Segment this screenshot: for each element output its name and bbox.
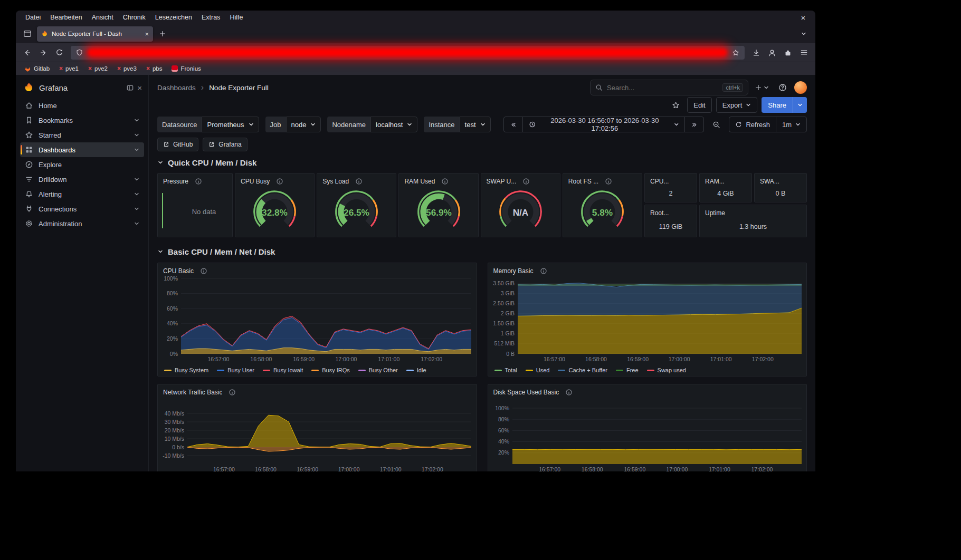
menu-item-hilfe[interactable]: Hilfe [225, 13, 247, 22]
legend-item[interactable]: Busy System [164, 367, 208, 373]
memory-basic-chart[interactable]: 0 B512 MiB1 GiB1.50 GiB2 GiB2.50 GiB3 Gi… [488, 276, 807, 364]
time-range-picker[interactable]: 2026-03-30 16:56:07 to 2026-03-30 17:02:… [522, 117, 686, 132]
panel-header[interactable]: CPU... [645, 173, 697, 187]
zoom-out-icon[interactable] [710, 117, 722, 132]
chevron-down-icon[interactable] [134, 206, 139, 211]
search-input[interactable] [607, 84, 718, 92]
link-grafana[interactable]: Grafana [203, 138, 247, 151]
swap-used-gauge[interactable]: N/A [481, 187, 560, 237]
bookmark-pbs[interactable]: × pbs [143, 64, 166, 73]
new-tab-button[interactable] [155, 26, 170, 41]
panel-header[interactable]: SWA... [755, 173, 806, 187]
window-close-button[interactable]: × [796, 13, 810, 22]
bookmark-fronius[interactable]: Fronius [168, 64, 204, 73]
panel-header[interactable]: Network Traffic Basic [158, 384, 477, 398]
cpu-busy-gauge[interactable]: 32.8% [235, 187, 314, 237]
share-button[interactable]: Share [762, 97, 807, 113]
export-button[interactable]: Export [716, 97, 758, 113]
sidebar-item-administration[interactable]: Administration [20, 216, 144, 231]
refresh-interval-picker[interactable]: 1m [776, 117, 807, 132]
menu-item-datei[interactable]: Datei [21, 13, 45, 22]
bookmark-gitlab[interactable]: Gitlab [21, 64, 53, 73]
panel-header[interactable]: Uptime [700, 205, 806, 218]
avatar[interactable] [794, 81, 807, 94]
chevron-down-icon[interactable] [134, 147, 139, 152]
bookmark-pve3[interactable]: × pve3 [114, 64, 140, 73]
panel-header[interactable]: Memory Basic [488, 263, 807, 276]
sidebar-item-home[interactable]: Home [20, 98, 144, 113]
pressure-panel-body[interactable]: No data [158, 187, 232, 237]
root-fs-gauge[interactable]: 5.8% [563, 187, 642, 237]
chevron-down-icon[interactable] [134, 132, 139, 138]
shield-icon[interactable] [76, 49, 83, 56]
chevron-down-icon[interactable] [134, 191, 139, 197]
legend-item[interactable]: Free [616, 367, 639, 373]
legend-item[interactable]: Busy IRQs [311, 367, 350, 373]
search-box[interactable]: ctrl+k [590, 80, 748, 95]
panel-header[interactable]: Pressure [158, 173, 232, 187]
reload-button[interactable] [52, 45, 66, 60]
variable-value-dropdown[interactable]: node [286, 117, 321, 132]
panel-header[interactable]: RAM... [700, 173, 751, 187]
bookmark-pve2[interactable]: × pve2 [85, 64, 111, 73]
dock-sidebar-icon[interactable] [126, 84, 134, 92]
menu-item-chronik[interactable]: Chronik [119, 13, 150, 22]
info-icon[interactable] [540, 268, 547, 274]
downloads-icon[interactable] [749, 45, 764, 60]
info-icon[interactable] [442, 178, 448, 185]
legend-item[interactable]: Used [526, 367, 550, 373]
variable-value-dropdown[interactable]: localhost [370, 117, 417, 132]
info-icon[interactable] [605, 178, 612, 185]
chevron-down-icon[interactable] [134, 177, 139, 182]
legend-item[interactable]: Cache + Buffer [558, 367, 607, 373]
close-sidebar-icon[interactable]: × [137, 84, 142, 92]
info-icon[interactable] [195, 178, 202, 185]
legend-item[interactable]: Busy User [217, 367, 254, 373]
time-shift-forward-button[interactable] [684, 117, 704, 132]
help-icon[interactable] [775, 80, 790, 95]
menu-item-lesezeichen[interactable]: Lesezeichen [151, 13, 196, 22]
info-icon[interactable] [201, 268, 207, 274]
firefox-view-icon[interactable] [20, 26, 35, 41]
panel-header[interactable]: CPU Basic [158, 263, 477, 276]
list-tabs-chevron-icon[interactable] [796, 26, 811, 41]
info-icon[interactable] [277, 178, 283, 185]
sidebar-item-explore[interactable]: Explore [20, 157, 144, 172]
info-icon[interactable] [356, 178, 362, 185]
forward-button[interactable] [36, 45, 51, 60]
sidebar-item-dashboards[interactable]: Dashboards [20, 142, 144, 157]
panel-header[interactable]: CPU Busy [235, 173, 314, 187]
share-chevron-icon[interactable] [793, 97, 807, 113]
breadcrumb-dashboards[interactable]: Dashboards [157, 84, 196, 92]
legend-item[interactable]: Idle [406, 367, 426, 373]
menu-item-extras[interactable]: Extras [197, 13, 224, 22]
link-github[interactable]: GitHub [157, 138, 198, 151]
panel-header[interactable]: Sys Load [317, 173, 396, 187]
sidebar-item-bookmarks[interactable]: Bookmarks [20, 113, 144, 128]
tab-close-icon[interactable]: × [145, 30, 149, 38]
disk-space-chart[interactable]: 20%40%60%80%100%16:57:0016:58:0016:59:00… [488, 398, 807, 471]
menu-item-bearbeiten[interactable]: Bearbeiten [46, 13, 86, 22]
menu-item-ansicht[interactable]: Ansicht [88, 13, 118, 22]
section-quick-cpu-mem-disk[interactable]: Quick CPU / Mem / Disk [157, 154, 807, 171]
sys-load-gauge[interactable]: 26.5% [317, 187, 396, 237]
info-icon[interactable] [523, 178, 529, 185]
legend-item[interactable]: Swap used [647, 367, 686, 373]
bookmark-pve1[interactable]: × pve1 [56, 64, 82, 73]
edit-button[interactable]: Edit [687, 97, 711, 113]
section-basic-cpu-mem-net-disk[interactable]: Basic CPU / Mem / Net / Disk [157, 244, 807, 259]
panel-header[interactable]: RAM Used [399, 173, 478, 187]
grafana-logo[interactable] [23, 82, 35, 93]
panel-header[interactable]: Disk Space Used Basic [488, 384, 807, 398]
info-icon[interactable] [229, 389, 235, 395]
panel-header[interactable]: Root FS ... [563, 173, 642, 187]
variable-value-dropdown[interactable]: Prometheus [202, 117, 259, 132]
cpu-basic-chart[interactable]: 0%20%40%60%80%100%16:57:0016:58:0016:59:… [158, 276, 477, 364]
favorite-star-icon[interactable] [668, 98, 683, 112]
legend-item[interactable]: Busy Other [358, 367, 398, 373]
refresh-button[interactable]: Refresh [729, 117, 776, 132]
chevron-down-icon[interactable] [134, 221, 139, 226]
ram-used-gauge[interactable]: 56.9% [399, 187, 478, 237]
network-traffic-chart[interactable]: -10 Mb/s0 b/s10 Mb/s20 Mb/s30 Mb/s40 Mb/… [158, 398, 477, 471]
bookmark-star-icon[interactable] [732, 49, 739, 56]
